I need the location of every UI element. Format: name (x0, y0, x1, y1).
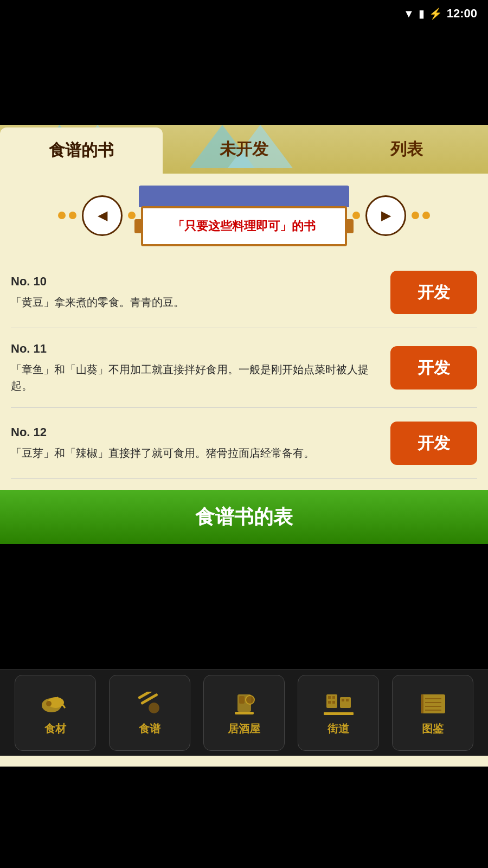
carousel-section: ◀ 「只要这些料理即可」的书 ▶ (0, 174, 488, 257)
dot-4 (352, 212, 360, 219)
recipe-item-12: No. 12 「豆芽」和「辣椒」直接拌了就可食用。猪骨拉面店经常备有。 开发 (11, 408, 477, 479)
nav-recipes-label: 食谱 (139, 722, 160, 736)
green-banner: 食谱书的表 (0, 490, 488, 544)
develop-button-11[interactable]: 开发 (390, 346, 477, 390)
tab-bar: 食谱的书 未开发 列表 (0, 125, 488, 174)
nav-street-label: 街道 (328, 722, 349, 736)
prev-button[interactable]: ◀ (82, 195, 123, 236)
recipe-info-12: No. 12 「豆芽」和「辣椒」直接拌了就可食用。猪骨拉面店经常备有。 (11, 425, 380, 461)
street-icon (324, 692, 354, 718)
carousel-card-roof (139, 186, 349, 207)
svg-point-2 (46, 701, 52, 706)
recipe-desc-10: 「黄豆」拿来煮的零食。青青的豆。 (11, 294, 380, 310)
nav-food-materials-label: 食材 (44, 722, 66, 736)
svg-rect-18 (346, 699, 349, 701)
carousel-card: 「只要这些料理即可」的书 (141, 206, 347, 246)
tab-list[interactable]: 列表 (325, 125, 488, 174)
wifi-icon: ▼ (403, 8, 414, 20)
dot-6 (422, 212, 430, 219)
svg-rect-15 (328, 701, 331, 704)
battery-icon: ⚡ (429, 7, 442, 20)
recipe-item-10: No. 10 「黄豆」拿来煮的零食。青青的豆。 开发 (11, 257, 477, 328)
dot-1 (58, 212, 66, 219)
svg-rect-16 (332, 701, 335, 704)
recipe-info-11: No. 11 「章鱼」和「山葵」不用加工就直接拌好食用。一般是刚开始点菜时被人提… (11, 342, 380, 394)
status-icons: ▼ ▮ ⚡ 12:00 (403, 7, 477, 21)
svg-point-6 (149, 703, 159, 713)
recipe-info-10: No. 10 「黄豆」拿来煮的零食。青青的豆。 (11, 275, 380, 310)
food-materials-icon (41, 692, 70, 718)
signal-icon: ▮ (419, 7, 425, 20)
carousel-dots-left (58, 212, 76, 219)
tab-recipes-book[interactable]: 食谱的书 (0, 127, 163, 174)
bottom-black-area (0, 544, 488, 669)
carousel-dots-right-2 (412, 212, 430, 219)
develop-button-10[interactable]: 开发 (390, 271, 477, 314)
svg-rect-8 (239, 696, 245, 704)
carousel-card-wrapper: 「只要这些料理即可」的书 (141, 206, 347, 246)
nav-izakaya[interactable]: 居酒屋 (203, 675, 285, 751)
dot-3 (128, 212, 136, 219)
svg-rect-14 (332, 696, 335, 699)
develop-button-12[interactable]: 开发 (390, 422, 477, 465)
recipes-icon (135, 692, 165, 718)
bottom-nav: 食材 食谱 居酒屋 (0, 669, 488, 756)
recipe-desc-11: 「章鱼」和「山葵」不用加工就直接拌好食用。一般是刚开始点菜时被人提起。 (11, 361, 380, 394)
izakaya-icon (229, 692, 259, 718)
nav-street[interactable]: 街道 (298, 675, 379, 751)
recipe-no-10: No. 10 (11, 275, 380, 289)
next-button[interactable]: ▶ (365, 195, 406, 236)
recipe-no-11: No. 11 (11, 342, 380, 356)
svg-point-10 (246, 695, 254, 704)
svg-rect-13 (328, 696, 331, 699)
tab-undeveloped[interactable]: 未开发 (163, 125, 325, 174)
time-display: 12:00 (447, 7, 477, 21)
encyclopedia-icon (418, 692, 448, 718)
status-bar: ▼ ▮ ⚡ 12:00 (0, 0, 488, 27)
carousel-dots-right-1 (352, 212, 360, 219)
recipe-desc-12: 「豆芽」和「辣椒」直接拌了就可食用。猪骨拉面店经常备有。 (11, 445, 380, 461)
svg-rect-9 (235, 712, 254, 714)
svg-rect-17 (342, 699, 344, 701)
nav-encyclopedia-label: 图鉴 (422, 722, 444, 736)
recipe-list: No. 10 「黄豆」拿来煮的零食。青青的豆。 开发 No. 11 「章鱼」和「… (0, 257, 488, 479)
nav-izakaya-label: 居酒屋 (228, 722, 260, 736)
main-content: ◀ 「只要这些料理即可」的书 ▶ (0, 174, 488, 767)
dot-2 (69, 212, 76, 219)
nav-food-materials[interactable]: 食材 (15, 675, 96, 751)
carousel-card-text: 「只要这些料理即可」的书 (172, 219, 316, 233)
svg-rect-19 (324, 712, 354, 715)
green-banner-text: 食谱书的表 (195, 504, 293, 531)
nav-encyclopedia[interactable]: 图鉴 (392, 675, 473, 751)
recipe-no-12: No. 12 (11, 425, 380, 439)
svg-rect-21 (421, 694, 423, 713)
carousel-dots-left-2 (128, 212, 136, 219)
recipe-item-11: No. 11 「章鱼」和「山葵」不用加工就直接拌好食用。一般是刚开始点菜时被人提… (11, 328, 477, 408)
dot-5 (412, 212, 419, 219)
nav-recipes[interactable]: 食谱 (109, 675, 190, 751)
top-black-area (0, 27, 488, 125)
